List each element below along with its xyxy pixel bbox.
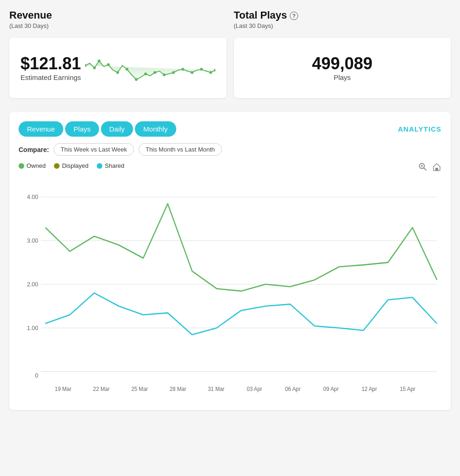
svg-point-5	[126, 68, 128, 71]
plays-label: Plays	[312, 73, 373, 81]
svg-point-6	[135, 78, 138, 81]
svg-text:2.00: 2.00	[27, 280, 38, 288]
compare-week-btn[interactable]: This Week vs Last Week	[53, 143, 134, 156]
svg-text:3.00: 3.00	[27, 237, 38, 244]
compare-label: Compare:	[19, 146, 49, 153]
total-plays-card: 499,089 Plays	[234, 38, 451, 98]
svg-text:4.00: 4.00	[27, 193, 38, 200]
compare-month-btn[interactable]: This Month vs Last Month	[139, 143, 222, 156]
revenue-title: Revenue	[9, 9, 227, 21]
svg-text:22 Mar: 22 Mar	[93, 386, 110, 393]
svg-point-8	[153, 71, 156, 74]
revenue-amount: $121.81	[20, 54, 81, 73]
svg-point-2	[98, 60, 100, 62]
svg-point-7	[144, 73, 147, 75]
legend-displayed: Displayed	[54, 162, 88, 169]
svg-text:25 Mar: 25 Mar	[131, 386, 148, 393]
plays-amount: 499,089	[312, 54, 373, 73]
revenue-label: Estimated Earnings	[20, 73, 81, 81]
revenue-card: $121.81 Estimated Earnings	[9, 38, 227, 98]
legend-owned: Owned	[19, 162, 46, 169]
svg-text:09 Apr: 09 Apr	[323, 386, 339, 393]
total-plays-title: Total Plays	[234, 9, 287, 21]
svg-point-9	[163, 73, 166, 76]
svg-text:03 Apr: 03 Apr	[247, 386, 262, 393]
svg-point-1	[93, 66, 96, 69]
svg-point-12	[191, 71, 193, 74]
tab-daily[interactable]: Daily	[101, 121, 133, 137]
svg-text:1.00: 1.00	[27, 324, 38, 331]
svg-point-13	[200, 68, 203, 71]
owned-line	[45, 204, 437, 291]
svg-text:15 Apr: 15 Apr	[400, 386, 415, 393]
svg-text:06 Apr: 06 Apr	[285, 386, 300, 393]
home-icon[interactable]	[432, 162, 441, 174]
tab-plays[interactable]: Plays	[65, 121, 99, 137]
svg-text:0: 0	[35, 371, 38, 379]
svg-line-17	[424, 168, 427, 171]
info-icon: ?	[290, 12, 298, 20]
analytics-section: Revenue Plays Daily Monthly ANALYTICS Co…	[9, 112, 451, 410]
svg-rect-20	[435, 168, 438, 171]
revenue-subtitle: (Last 30 Days)	[9, 22, 227, 29]
legend-shared: Shared	[97, 162, 124, 169]
svg-point-11	[181, 68, 184, 71]
zoom-icon[interactable]	[418, 162, 427, 174]
svg-text:31 Mar: 31 Mar	[208, 386, 225, 393]
total-plays-subtitle: (Last 30 Days)	[234, 22, 299, 29]
svg-point-3	[107, 63, 110, 66]
analytics-label: ANALYTICS	[398, 125, 441, 133]
tab-revenue[interactable]: Revenue	[19, 121, 63, 137]
svg-text:12 Apr: 12 Apr	[361, 386, 377, 393]
shared-line	[45, 293, 437, 335]
svg-text:19 Mar: 19 Mar	[55, 386, 72, 393]
svg-text:28 Mar: 28 Mar	[170, 386, 187, 393]
tab-monthly[interactable]: Monthly	[135, 121, 176, 137]
svg-point-10	[172, 71, 175, 74]
svg-point-14	[209, 71, 212, 74]
revenue-mini-chart	[85, 47, 215, 89]
line-chart: 4.00 3.00 2.00 1.00 0 19 Mar 22 Mar 25 M…	[19, 178, 441, 401]
svg-point-4	[116, 71, 119, 74]
